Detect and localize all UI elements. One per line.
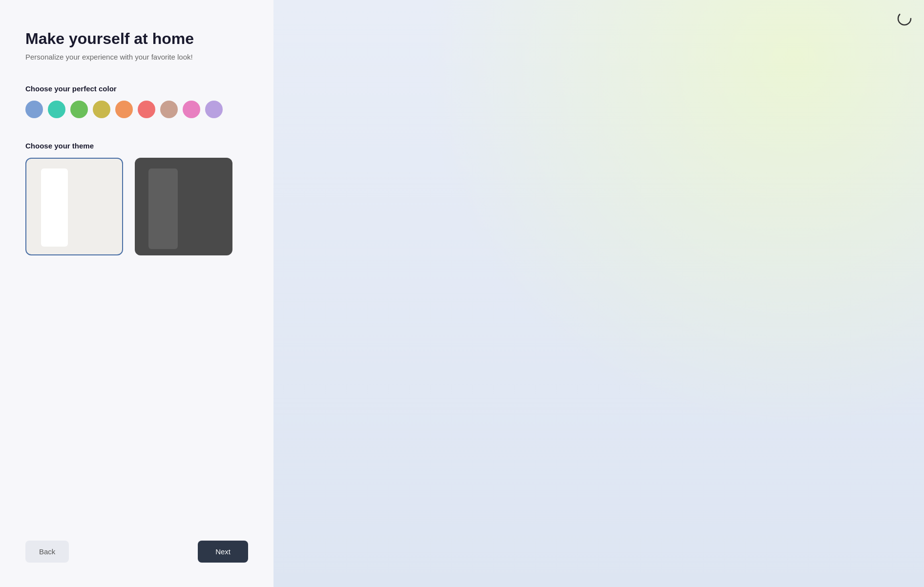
next-button[interactable]: Next <box>198 541 248 563</box>
theme-dark-accent <box>148 168 178 249</box>
theme-section: Choose your theme <box>25 142 248 255</box>
color-swatch-orange[interactable] <box>115 101 133 118</box>
loading-circle-icon <box>897 11 912 26</box>
theme-card-row <box>25 158 248 255</box>
color-section-label: Choose your perfect color <box>25 84 248 93</box>
theme-card-light[interactable] <box>25 158 123 255</box>
color-swatch-pink-red[interactable] <box>138 101 155 118</box>
theme-card-dark[interactable] <box>135 158 232 255</box>
color-swatch-hot-pink[interactable] <box>183 101 200 118</box>
color-swatch-row <box>25 101 248 118</box>
color-section: Choose your perfect color <box>25 84 248 118</box>
color-swatch-mauve[interactable] <box>160 101 178 118</box>
color-swatch-yellow[interactable] <box>93 101 110 118</box>
page-subtitle: Personalize your experience with your fa… <box>25 53 248 61</box>
svg-point-0 <box>898 12 911 25</box>
back-button[interactable]: Back <box>25 541 69 563</box>
bottom-buttons: Back Next <box>25 541 248 563</box>
page-title: Make yourself at home <box>25 29 248 48</box>
left-panel: Make yourself at home Personalize your e… <box>0 0 273 587</box>
color-swatch-teal[interactable] <box>48 101 65 118</box>
color-swatch-green[interactable] <box>70 101 88 118</box>
theme-light-accent <box>41 168 68 247</box>
color-swatch-blue[interactable] <box>25 101 43 118</box>
right-panel <box>273 0 924 587</box>
theme-section-label: Choose your theme <box>25 142 248 150</box>
color-swatch-lavender[interactable] <box>205 101 223 118</box>
right-panel-gradient <box>273 0 924 587</box>
